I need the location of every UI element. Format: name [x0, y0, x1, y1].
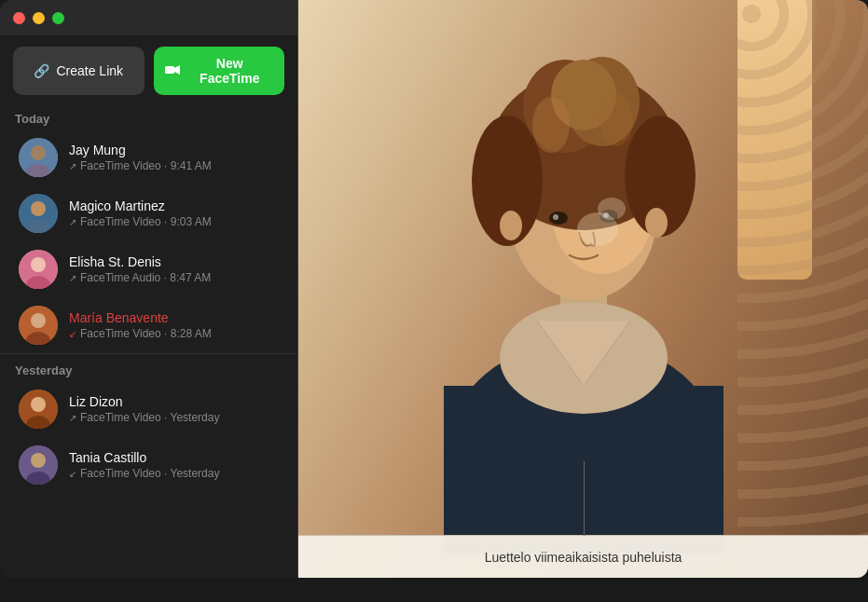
call-item-magico[interactable]: Magico Martinez ↗ FaceTime Video · 9:03 …	[4, 185, 294, 241]
call-name-magico: Magico Martinez	[69, 198, 279, 213]
call-detail-text-tania: FaceTime Video · Yesterday	[80, 467, 219, 480]
svg-point-34	[549, 212, 568, 225]
call-item-maria[interactable]: María Benavente ↙ FaceTime Video · 8:28 …	[4, 297, 294, 353]
call-detail-text-maria: FaceTime Video · 8:28 AM	[80, 327, 212, 340]
caption-pointer-line	[584, 461, 585, 536]
svg-point-6	[31, 201, 46, 216]
svg-point-41	[645, 208, 668, 238]
call-arrow-magico: ↗	[69, 217, 76, 227]
call-item-tania[interactable]: Tania Castillo ↙ FaceTime Video · Yester…	[4, 437, 294, 493]
call-name-liz: Liz Dizon	[69, 394, 279, 409]
section-divider	[0, 353, 297, 354]
call-info-liz: Liz Dizon ↗ FaceTime Video · Yesterday	[69, 394, 279, 424]
svg-point-15	[31, 397, 46, 412]
call-info-maria: María Benavente ↙ FaceTime Video · 8:28 …	[69, 310, 279, 340]
minimize-button[interactable]	[33, 12, 45, 24]
link-icon: 🔗	[34, 63, 49, 78]
svg-point-18	[31, 453, 46, 468]
svg-point-12	[31, 313, 46, 328]
call-name-elisha: Elisha St. Denis	[69, 254, 279, 269]
avatar-maria	[19, 306, 58, 345]
call-name-maria: María Benavente	[69, 310, 279, 325]
call-item-elisha[interactable]: Elisha St. Denis ↗ FaceTime Audio · 8:47…	[4, 241, 294, 297]
call-detail-elisha: ↗ FaceTime Audio · 8:47 AM	[69, 271, 279, 284]
call-info-jay: Jay Mung ↗ FaceTime Video · 9:41 AM	[69, 143, 279, 172]
call-detail-text-magico: FaceTime Video · 9:03 AM	[80, 215, 212, 228]
call-arrow-tania: ↙	[69, 469, 76, 479]
new-facetime-button[interactable]: New FaceTime	[154, 47, 285, 95]
avatar-elisha	[19, 250, 58, 289]
call-list: Today Jay Mung ↗ FaceTime Video · 9:41 A…	[0, 106, 297, 578]
main-content: Luettelo viimeaikaisista puheluista	[298, 0, 868, 578]
video-camera-icon	[165, 63, 180, 78]
call-arrow-jay: ↗	[69, 161, 76, 171]
svg-point-3	[31, 145, 46, 160]
app-window: 🔗 Create Link New FaceTime Today	[0, 0, 868, 578]
call-arrow-liz: ↗	[69, 413, 76, 423]
call-detail-magico: ↗ FaceTime Video · 9:03 AM	[69, 215, 279, 228]
call-item-liz[interactable]: Liz Dizon ↗ FaceTime Video · Yesterday	[4, 381, 294, 437]
call-detail-maria: ↙ FaceTime Video · 8:28 AM	[69, 327, 279, 340]
call-detail-jay: ↗ FaceTime Video · 9:41 AM	[69, 159, 279, 172]
svg-point-32	[532, 97, 570, 153]
call-detail-text-jay: FaceTime Video · 9:41 AM	[80, 159, 212, 172]
call-detail-tania: ↙ FaceTime Video · Yesterday	[69, 467, 279, 480]
call-detail-text-liz: FaceTime Video · Yesterday	[80, 411, 219, 424]
caption-area: Luettelo viimeaikaisista puheluista	[298, 535, 868, 578]
avatar-magico	[19, 194, 58, 233]
call-name-jay: Jay Mung	[69, 143, 279, 157]
titlebar	[0, 0, 297, 35]
yesterday-section-label: Yesterday	[0, 358, 297, 381]
call-detail-liz: ↗ FaceTime Video · Yesterday	[69, 411, 279, 424]
call-detail-text-elisha: FaceTime Audio · 8:47 AM	[80, 271, 211, 284]
today-section-label: Today	[0, 106, 297, 130]
call-info-elisha: Elisha St. Denis ↗ FaceTime Audio · 8:47…	[69, 254, 279, 284]
call-name-tania: Tania Castillo	[69, 450, 279, 465]
toolbar: 🔗 Create Link New FaceTime	[0, 35, 297, 106]
avatar-liz	[19, 390, 58, 429]
sidebar: 🔗 Create Link New FaceTime Today	[0, 0, 298, 578]
svg-rect-0	[165, 66, 174, 74]
new-facetime-label: New FaceTime	[186, 56, 274, 86]
call-info-tania: Tania Castillo ↙ FaceTime Video · Yester…	[69, 450, 279, 480]
svg-point-9	[31, 257, 46, 272]
avatar-tania	[19, 445, 58, 485]
svg-point-36	[553, 214, 558, 220]
close-button[interactable]	[13, 12, 25, 24]
maximize-button[interactable]	[52, 12, 64, 24]
svg-point-33	[599, 94, 633, 146]
call-arrow-elisha: ↗	[69, 273, 76, 283]
call-info-magico: Magico Martinez ↗ FaceTime Video · 9:03 …	[69, 198, 279, 228]
svg-point-40	[500, 211, 522, 240]
call-item-jay[interactable]: Jay Mung ↗ FaceTime Video · 9:41 AM	[4, 130, 294, 185]
create-link-button[interactable]: 🔗 Create Link	[13, 47, 145, 95]
create-link-label: Create Link	[56, 63, 123, 78]
svg-point-39	[598, 198, 626, 220]
call-arrow-maria: ↙	[69, 329, 76, 339]
caption-text: Luettelo viimeaikaisista puheluista	[485, 550, 682, 565]
svg-marker-1	[174, 65, 180, 75]
avatar-jay	[19, 138, 58, 177]
